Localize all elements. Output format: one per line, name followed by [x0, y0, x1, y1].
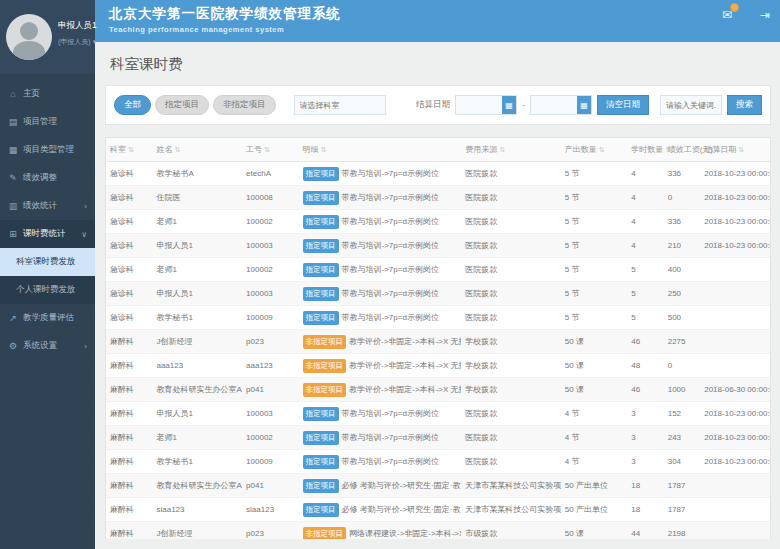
cell-work-id: siaa123 [242, 498, 298, 522]
project-type-badge[interactable]: 指定项目 [303, 239, 339, 253]
sidebar-item-quality-eval[interactable]: ↗ 教学质量评估 [0, 304, 95, 332]
cell-name: 申报人员1 [152, 234, 242, 258]
calendar-icon[interactable]: ▦ [577, 96, 591, 114]
clear-date-button[interactable]: 清空日期 [597, 95, 649, 115]
sort-icon[interactable]: ⇅ [499, 146, 505, 153]
project-type-badge[interactable]: 指定项目 [303, 311, 339, 325]
cell-fund-source: 学校拨款 [461, 378, 561, 402]
project-type-badge[interactable]: 指定项目 [303, 503, 339, 517]
cell-wage: 1787 [664, 474, 701, 498]
table-row: 麻醉科教学秘书1100009指定项目带教与培训->7p=d示例岗位医院拨款4 节… [106, 450, 770, 474]
cell-fund-source: 医院拨款 [461, 234, 561, 258]
cell-settle-date [700, 474, 770, 498]
cell-name: 教学秘书A [152, 162, 242, 186]
filter-assigned-button[interactable]: 指定项目 [155, 95, 209, 115]
project-type-badge[interactable]: 指定项目 [303, 287, 339, 301]
user-name: 申报人员1 [58, 20, 97, 32]
project-type-badge[interactable]: 指定项目 [303, 215, 339, 229]
filter-card: 全部 指定项目 非指定项目 结算日期 ▦ - ▦ 清空日期 [105, 85, 771, 125]
sidebar-item-project-type[interactable]: ▦ 项目类型管理 [0, 136, 95, 164]
sort-icon[interactable]: ⇅ [738, 146, 744, 153]
sidebar-menu: ⌂ 主页 ▤ 项目管理 ▦ 项目类型管理 ✎ 绩效调整 ▥ 绩效统计 › ⊞ [0, 80, 95, 360]
column-header[interactable]: 费用来源⇅ [461, 138, 561, 162]
project-type-badge[interactable]: 指定项目 [303, 263, 339, 277]
cell-settle-date: 2018-10-23 00:00:00 [700, 210, 770, 234]
table-row: 急诊科教学秘书1100009指定项目带教与培训->7p=d示例岗位医院拨款5 节… [106, 306, 770, 330]
column-header[interactable]: 工号⇅ [242, 138, 298, 162]
keyword-search-input[interactable] [660, 95, 722, 115]
cell-name: 申报人员1 [152, 402, 242, 426]
filter-all-button[interactable]: 全部 [114, 95, 151, 115]
table-row: 麻醉科aaa123aaa123非指定项目教学评价->非固定->本科->X 无接触… [106, 354, 770, 378]
cell-wage: 2198 [664, 522, 701, 540]
sort-icon[interactable]: ⇅ [128, 146, 134, 153]
cell-hours: 44 [627, 522, 664, 540]
sidebar-item-dept-fee[interactable]: 科室课时费发放 [0, 248, 95, 276]
cell-name: J创新经理 [152, 330, 242, 354]
sort-icon[interactable]: ⇅ [321, 146, 327, 153]
cell-name: 教育处科研实生办公室A [152, 474, 242, 498]
cell-department: 麻醉科 [106, 426, 152, 450]
project-type-badge[interactable]: 指定项目 [303, 191, 339, 205]
cell-fund-source: 医院拨款 [461, 426, 561, 450]
column-header[interactable]: 姓名⇅ [152, 138, 242, 162]
column-header[interactable]: 绩效工资(元)⇅ [664, 138, 701, 162]
project-icon: ▤ [8, 117, 18, 127]
table-body: 急诊科教学秘书AetechA指定项目带教与培训->7p=d示例岗位医院拨款5 节… [106, 162, 770, 540]
cell-fund-source: 医院拨款 [461, 402, 561, 426]
search-button[interactable]: 搜索 [727, 95, 762, 115]
cell-settle-date [700, 498, 770, 522]
logout-icon[interactable]: ⇥ [760, 8, 770, 22]
project-type-badge[interactable]: 指定项目 [303, 455, 339, 469]
sort-icon[interactable]: ⇅ [599, 146, 605, 153]
cell-hours: 4 [627, 234, 664, 258]
project-type-badge[interactable]: 非指定项目 [303, 335, 347, 349]
column-header[interactable]: 科室⇅ [106, 138, 152, 162]
cell-hours: 18 [627, 498, 664, 522]
cell-output-quantity: 50 产出单位 [561, 498, 627, 522]
table-row: 急诊科申报人员1100003指定项目带教与培训->7p=d示例岗位医院拨款5 节… [106, 282, 770, 306]
user-panel[interactable]: 申报人员1 (申报人员) ▾ [0, 0, 95, 74]
project-type-badge[interactable]: 指定项目 [303, 479, 339, 493]
sidebar-item-performance-stats[interactable]: ▥ 绩效统计 › [0, 192, 95, 220]
filter-unassigned-button[interactable]: 非指定项目 [213, 95, 276, 115]
sidebar-item-system-settings[interactable]: ⚙ 系统设置 › [0, 332, 95, 360]
cell-output-quantity: 5 节 [561, 258, 627, 282]
project-type-badge[interactable]: 非指定项目 [303, 383, 347, 397]
cell-detail: 指定项目带教与培训->7p=d示例岗位 [299, 186, 462, 210]
user-role[interactable]: (申报人员) ▾ [58, 37, 97, 47]
message-icon[interactable]: ✉ [722, 8, 732, 22]
cell-name: 住院医 [152, 186, 242, 210]
cell-hours: 5 [627, 282, 664, 306]
project-type-badge[interactable]: 非指定项目 [303, 359, 347, 373]
project-type-badge[interactable]: 指定项目 [303, 167, 339, 181]
sidebar-item-home[interactable]: ⌂ 主页 [0, 80, 95, 108]
cell-fund-source: 医院拨款 [461, 450, 561, 474]
project-type-badge[interactable]: 非指定项目 [303, 527, 347, 540]
sort-icon[interactable]: ⇅ [264, 146, 270, 153]
cell-wage: 243 [664, 426, 701, 450]
column-header[interactable]: 明细⇅ [299, 138, 462, 162]
sidebar-item-performance-adjust[interactable]: ✎ 绩效调整 [0, 164, 95, 192]
project-type-badge[interactable]: 指定项目 [303, 431, 339, 445]
cell-department: 急诊科 [106, 306, 152, 330]
cell-department: 急诊科 [106, 162, 152, 186]
table-row: 麻醉科教育处科研实生办公室Ap041非指定项目教学评价->非固定->本科->X … [106, 378, 770, 402]
department-select-input[interactable] [294, 95, 386, 115]
project-type-badge[interactable]: 指定项目 [303, 407, 339, 421]
line-chart-icon: ↗ [8, 313, 18, 323]
caret-down-icon: ▾ [93, 38, 97, 45]
cell-output-quantity: 5 节 [561, 162, 627, 186]
sidebar-item-personal-fee[interactable]: 个人课时费发放 [0, 276, 95, 304]
column-header[interactable]: 结算日期⇅ [700, 138, 770, 162]
calendar-icon[interactable]: ▦ [502, 96, 516, 114]
sort-icon[interactable]: ⇅ [174, 146, 180, 153]
cell-output-quantity: 5 节 [561, 234, 627, 258]
column-header[interactable]: 产出数量⇅ [561, 138, 627, 162]
column-header[interactable]: 学时数量⇅ [627, 138, 664, 162]
sidebar-item-project-management[interactable]: ▤ 项目管理 [0, 108, 95, 136]
cell-hours: 3 [627, 426, 664, 450]
calculator-icon: ⊞ [8, 229, 18, 239]
sidebar-item-fee-stats[interactable]: ⊞ 课时费统计 ∨ [0, 220, 95, 248]
cell-detail: 非指定项目网络课程建设->非固定->本科->X 学员 [299, 522, 462, 540]
